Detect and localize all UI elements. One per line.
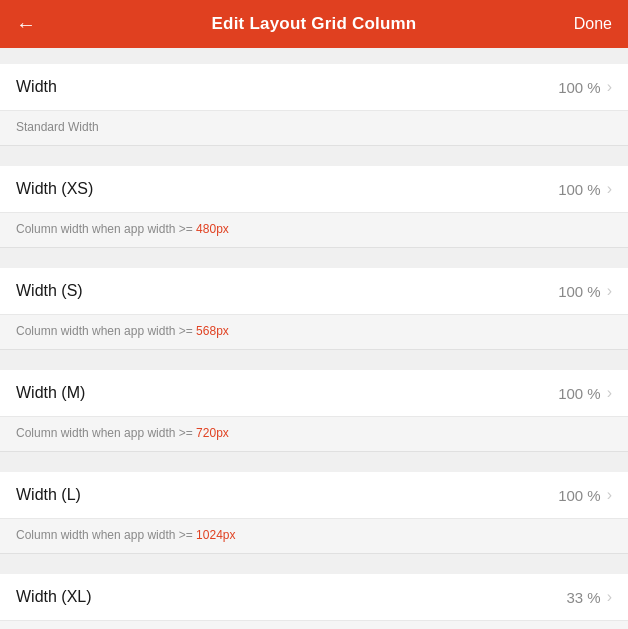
width-l-value: 100 %: [558, 487, 601, 504]
width-m-chevron: ›: [607, 384, 612, 402]
width-value: 100 %: [558, 79, 601, 96]
width-m-value: 100 %: [558, 385, 601, 402]
width-s-description: Column width when app width >= 568px: [0, 315, 628, 350]
width-m-row[interactable]: Width (M) 100 % ›: [0, 370, 628, 417]
width-description: Standard Width: [0, 111, 628, 146]
width-xs-value: 100 %: [558, 181, 601, 198]
width-s-chevron: ›: [607, 282, 612, 300]
width-xs-row[interactable]: Width (XS) 100 % ›: [0, 166, 628, 213]
header-title: Edit Layout Grid Column: [212, 14, 417, 34]
width-chevron: ›: [607, 78, 612, 96]
width-s-value: 100 %: [558, 283, 601, 300]
width-xs-description: Column width when app width >= 480px: [0, 213, 628, 248]
width-label: Width: [16, 78, 57, 96]
width-s-label: Width (S): [16, 282, 83, 300]
width-row[interactable]: Width 100 % ›: [0, 64, 628, 111]
width-m-description: Column width when app width >= 720px: [0, 417, 628, 452]
width-l-description: Column width when app width >= 1024px: [0, 519, 628, 554]
width-l-chevron: ›: [607, 486, 612, 504]
width-xl-chevron: ›: [607, 588, 612, 606]
width-xl-value: 33 %: [566, 589, 600, 606]
width-xs-label: Width (XS): [16, 180, 93, 198]
width-l-row[interactable]: Width (L) 100 % ›: [0, 472, 628, 519]
width-s-description-text: Column width when app width >= 568px: [16, 324, 229, 338]
width-xl-description: Column width when app width >= 1200px: [0, 621, 628, 629]
width-l-description-text: Column width when app width >= 1024px: [16, 528, 235, 542]
back-button[interactable]: ←: [16, 13, 36, 36]
width-xl-label: Width (XL): [16, 588, 92, 606]
width-xs-chevron: ›: [607, 180, 612, 198]
width-l-label: Width (L): [16, 486, 81, 504]
header: ← Edit Layout Grid Column Done: [0, 0, 628, 48]
done-button[interactable]: Done: [574, 15, 612, 33]
content: Width 100 % › Standard Width Width (XS) …: [0, 48, 628, 629]
width-m-label: Width (M): [16, 384, 85, 402]
width-xs-description-text: Column width when app width >= 480px: [16, 222, 229, 236]
width-description-text: Standard Width: [16, 120, 99, 134]
width-xl-row[interactable]: Width (XL) 33 % ›: [0, 574, 628, 621]
width-s-row[interactable]: Width (S) 100 % ›: [0, 268, 628, 315]
width-m-description-text: Column width when app width >= 720px: [16, 426, 229, 440]
